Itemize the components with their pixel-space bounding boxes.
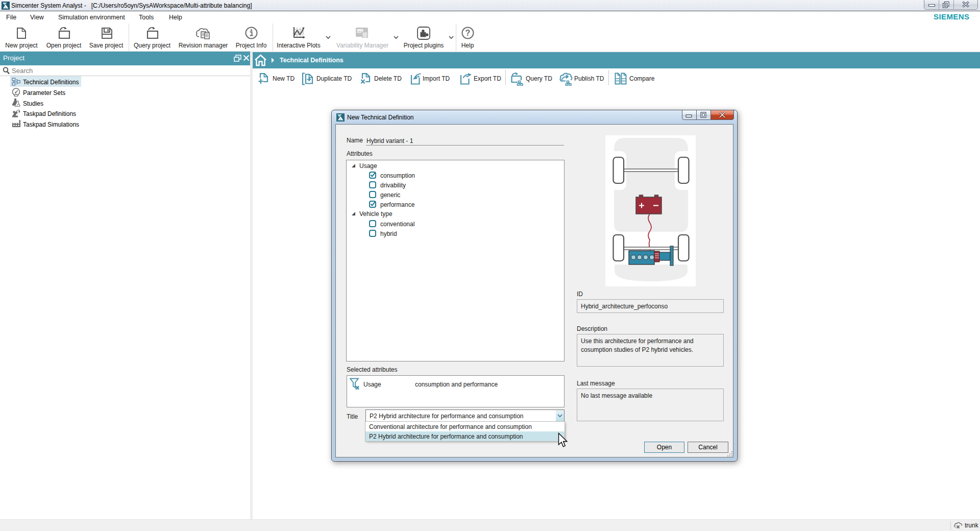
svg-text:(x): (x) bbox=[358, 30, 362, 34]
svg-text:?: ? bbox=[465, 29, 471, 37]
